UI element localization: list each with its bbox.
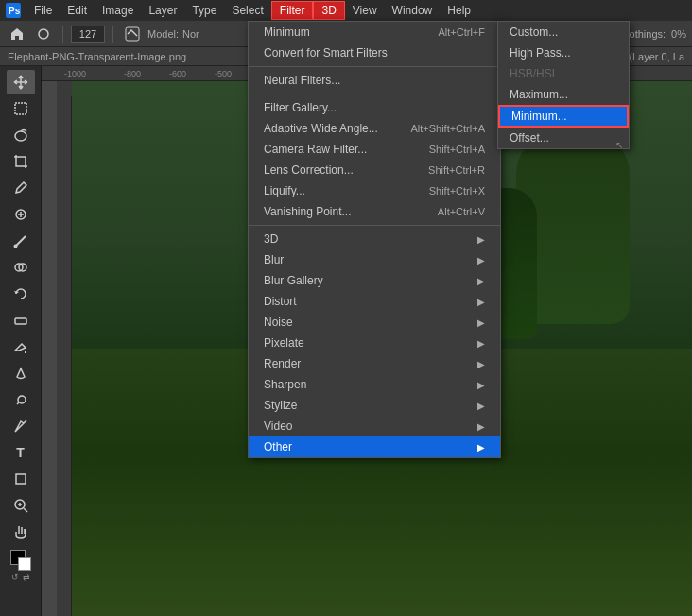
other-custom[interactable]: Custom... [498,22,629,43]
menu-help[interactable]: Help [440,2,478,19]
move-tool[interactable] [7,70,35,94]
model-label: Model: [147,28,179,40]
menu-divider-1 [249,66,500,67]
crop-tool[interactable] [7,149,35,174]
brush-tool-option[interactable] [32,25,55,43]
filter-3d[interactable]: 3D ▶ [249,229,500,249]
paint-bucket-tool[interactable] [7,334,35,359]
menu-bar: Ps File Edit Image Layer Type Select Fil… [0,0,692,21]
menu-window[interactable]: Window [385,2,441,19]
menu-3d[interactable]: 3D [313,1,344,20]
svg-line-18 [24,508,27,512]
brush-size-input[interactable] [71,26,105,43]
filter-render[interactable]: Render ▶ [249,353,500,374]
menu-select[interactable]: Select [224,2,270,19]
color-swatches: ↺⇄ [10,550,31,582]
svg-point-7 [15,131,26,141]
brush-preview-button[interactable] [121,25,144,43]
other-high-pass[interactable]: High Pass... [498,43,629,63]
lasso-tool[interactable] [7,123,35,147]
menu-edit[interactable]: Edit [60,2,95,19]
svg-point-9 [13,245,17,248]
menu-type[interactable]: Type [184,2,224,19]
filter-neural[interactable]: Neural Filters... [249,70,500,91]
menu-view[interactable]: View [345,2,385,19]
svg-text:Ps: Ps [9,6,21,16]
zoom-tool[interactable] [7,493,35,518]
swap-default-icons[interactable]: ↺⇄ [11,573,30,582]
filter-liquify[interactable]: Liquify... Shift+Ctrl+X [249,180,500,201]
eraser-tool[interactable] [7,308,35,333]
filter-vanishing-point[interactable]: Vanishing Point... Alt+Ctrl+V [249,201,500,222]
filter-lens-correction[interactable]: Lens Correction... Shift+Ctrl+R [249,160,500,180]
menu-file[interactable]: File [26,2,60,19]
brush-tool[interactable] [7,229,35,253]
dodge-tool[interactable] [7,387,35,412]
filter-blur[interactable]: Blur ▶ [249,249,500,270]
normal-label: Nor [182,28,199,40]
filter-noise[interactable]: Noise ▶ [249,312,500,333]
toolbar-sep-1 [62,26,63,43]
blur-tool[interactable] [7,361,35,385]
svg-point-14 [18,396,26,403]
filter-stylize[interactable]: Stylize ▶ [249,395,500,416]
shape-tool[interactable] [7,467,35,491]
history-brush-tool[interactable] [7,282,35,306]
svg-rect-6 [15,103,26,114]
filter-camera-raw[interactable]: Camera Raw Filter... Shift+Ctrl+A [249,139,500,160]
filter-convert-smart[interactable]: Convert for Smart Filters [249,43,500,63]
filter-distort[interactable]: Distort ▶ [249,291,500,312]
filter-dropdown-menu: Minimum Alt+Ctrl+F Convert for Smart Fil… [248,21,501,458]
other-submenu: Custom... High Pass... HSB/HSL Maximum..… [497,21,630,149]
svg-rect-12 [15,318,26,324]
hand-tool[interactable] [7,520,35,544]
pen-tool[interactable] [7,414,35,438]
filter-video[interactable]: Video ▶ [249,416,500,436]
svg-point-2 [39,29,48,39]
ruler-vertical [57,96,72,616]
other-offset[interactable]: Offset... ↖ [498,128,629,148]
left-sidebar: T ↺⇄ [0,66,42,616]
app-icon: Ps [4,1,23,20]
toolbar-sep-2 [112,26,113,43]
filter-minimum-top[interactable]: Minimum Alt+Ctrl+F [249,22,500,43]
filter-gallery[interactable]: Filter Gallery... [249,97,500,118]
menu-layer[interactable]: Layer [141,2,184,19]
other-minimum[interactable]: Minimum... [498,105,629,128]
text-tool[interactable]: T [7,440,35,465]
filter-blur-gallery[interactable]: Blur Gallery ▶ [249,270,500,291]
filter-pixelate[interactable]: Pixelate ▶ [249,333,500,353]
svg-rect-16 [16,474,26,484]
menu-divider-2 [249,94,500,94]
select-tool[interactable] [7,96,35,121]
filter-other[interactable]: Other ▶ [249,436,500,457]
home-button[interactable] [6,25,28,43]
menu-filter[interactable]: Filter [271,1,314,20]
other-maximum[interactable]: Maximum... [498,84,629,105]
svg-line-15 [17,402,19,404]
healing-tool[interactable] [7,202,35,227]
menu-divider-3 [249,225,500,226]
clone-tool[interactable] [7,255,35,280]
filter-sharpen[interactable]: Sharpen ▶ [249,374,500,395]
menu-image[interactable]: Image [95,2,141,19]
eyedropper-tool[interactable] [7,176,35,200]
file-name: Elephant-PNG-Transparent-Image.png [8,51,186,62]
smoothing-value: 0% [671,28,686,40]
foreground-swatch[interactable] [10,550,31,571]
filter-adaptive-wide-angle[interactable]: Adaptive Wide Angle... Alt+Shift+Ctrl+A [249,118,500,139]
other-hsb-hsl: HSB/HSL [498,63,629,84]
